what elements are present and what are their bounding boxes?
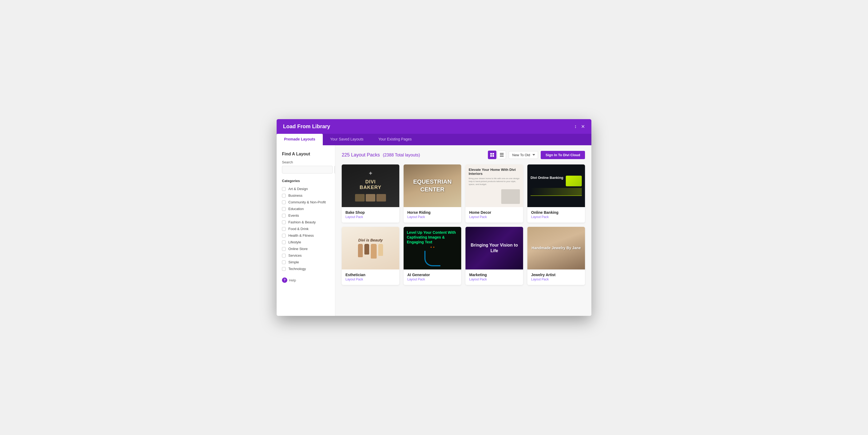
category-label-technology: Technology — [288, 267, 306, 271]
card-type-marketing: Layout Pack — [469, 277, 519, 281]
card-image-ai: Level Up Your Content With Captivating I… — [404, 227, 461, 269]
category-label-simple: Simple — [288, 260, 299, 264]
category-label-education: Education — [288, 207, 304, 211]
category-checkbox-business — [282, 194, 286, 198]
layout-card-marketing[interactable]: Bringing Your Vision to Life Marketing L… — [465, 227, 523, 285]
card-name-bake: Bake Shop — [345, 210, 396, 214]
close-icon[interactable]: ✕ — [581, 124, 585, 130]
search-label: Search — [282, 160, 330, 164]
layout-grid: ✦ DIVIBAKERY Bake Shop Layout Pack — [342, 164, 585, 285]
svg-rect-4 — [500, 153, 504, 154]
category-technology[interactable]: Technology — [282, 265, 330, 272]
category-label-lifestyle: Lifestyle — [288, 240, 301, 244]
svg-rect-3 — [492, 155, 494, 157]
sort-select[interactable]: New To Old Old To New A to Z Z to A — [509, 151, 538, 159]
category-checkbox-community — [282, 200, 286, 204]
card-name-banking: Online Banking — [531, 210, 581, 214]
card-info-jewelry: Jewelry Artist Layout Pack — [527, 269, 585, 285]
category-checkbox-art — [282, 187, 286, 191]
modal-body: Find A Layout Search + Filter Categories… — [277, 145, 591, 316]
category-checkbox-technology — [282, 267, 286, 271]
layout-card-home-decor[interactable]: Elevate Your Home With Divi Interiors Br… — [465, 164, 523, 223]
card-type-banking: Layout Pack — [531, 215, 581, 219]
category-label-services: Services — [288, 254, 302, 258]
modal-container: Load From Library ↕ ✕ Premade Layouts Yo… — [277, 119, 591, 316]
bakery-icon: ✦ — [368, 170, 373, 177]
toolbar-right: New To Old Old To New A to Z Z to A Sign… — [488, 150, 585, 159]
card-name-ai: AI Generator — [407, 273, 458, 277]
category-services[interactable]: Services — [282, 252, 330, 259]
category-fashion[interactable]: Fashion & Beauty — [282, 219, 330, 226]
sort-icon[interactable]: ↕ — [574, 124, 577, 129]
layout-card-horse-riding[interactable]: EQUESTRIANCENTER Horse Riding Layout Pac… — [404, 164, 461, 223]
category-label-business: Business — [288, 194, 303, 198]
card-name-esthetician: Esthetician — [345, 273, 396, 277]
category-checkbox-services — [282, 254, 286, 258]
tab-existing[interactable]: Your Existing Pages — [371, 134, 419, 145]
category-art-design[interactable]: Art & Design — [282, 186, 330, 192]
category-community[interactable]: Community & Non-Profit — [282, 199, 330, 205]
category-checkbox-fashion — [282, 221, 286, 224]
main-content: 225 Layout Packs (2388 Total layouts) Ne… — [335, 145, 591, 316]
grid-view-button[interactable] — [488, 150, 496, 159]
tab-premade[interactable]: Premade Layouts — [277, 134, 323, 145]
category-health[interactable]: Health & Fitness — [282, 232, 330, 239]
category-online-store[interactable]: Online Store — [282, 245, 330, 252]
layout-count-text: 225 Layout Packs — [342, 152, 380, 158]
card-image-esthetician: Divi is Beauty — [342, 227, 399, 269]
card-info-bake: Bake Shop Layout Pack — [342, 207, 399, 223]
sidebar: Find A Layout Search + Filter Categories… — [277, 145, 335, 316]
card-info-marketing: Marketing Layout Pack — [465, 269, 523, 285]
card-preview-ai: Level Up Your Content With Captivating I… — [404, 227, 461, 269]
category-events[interactable]: Events — [282, 212, 330, 219]
layout-count: 225 Layout Packs (2388 Total layouts) — [342, 152, 420, 158]
category-food[interactable]: Food & Drink — [282, 226, 330, 232]
card-image-marketing: Bringing Your Vision to Life — [465, 227, 523, 269]
category-checkbox-health — [282, 234, 286, 237]
card-name-home: Home Decor — [469, 210, 519, 214]
help-label: Help — [289, 278, 296, 282]
card-info-home: Home Decor Layout Pack — [465, 207, 523, 223]
layout-card-online-banking[interactable]: Divi Online Banking Online Banking Layou… — [527, 164, 585, 223]
home-decor-image — [501, 189, 520, 204]
card-info-esthetician: Esthetician Layout Pack — [342, 269, 399, 285]
svg-rect-1 — [492, 153, 494, 155]
category-checkbox-online-store — [282, 247, 286, 251]
modal-title: Load From Library — [283, 124, 330, 130]
help-button[interactable]: ? Help — [282, 277, 330, 283]
card-type-ai: Layout Pack — [407, 277, 458, 281]
card-type-bake: Layout Pack — [345, 215, 396, 219]
category-label-events: Events — [288, 213, 299, 218]
category-label-fashion: Fashion & Beauty — [288, 220, 316, 224]
category-label-health: Health & Fitness — [288, 234, 314, 237]
card-info-banking: Online Banking Layout Pack — [527, 207, 585, 223]
bank-chart — [531, 188, 582, 196]
svg-rect-5 — [500, 155, 504, 156]
bank-accent — [566, 176, 582, 186]
search-row: + Filter — [282, 166, 330, 173]
card-image-bake-shop: ✦ DIVIBAKERY — [342, 164, 399, 207]
esthetician-title: Divi is Beauty — [358, 238, 383, 242]
search-input[interactable] — [282, 166, 333, 173]
card-preview-marketing: Bringing Your Vision to Life — [465, 227, 523, 269]
marketing-text: Bringing Your Vision to Life — [469, 242, 520, 254]
layout-card-bake-shop[interactable]: ✦ DIVIBAKERY Bake Shop Layout Pack — [342, 164, 399, 223]
card-preview-banking: Divi Online Banking — [527, 164, 585, 207]
category-lifestyle[interactable]: Lifestyle — [282, 239, 330, 245]
category-label-art: Art & Design — [288, 187, 308, 191]
sign-in-cloud-button[interactable]: Sign In To Divi Cloud — [541, 151, 585, 159]
layout-card-jewelry-artist[interactable]: Handmade Jewelry By Jane Jewelry Artist … — [527, 227, 585, 285]
category-education[interactable]: Education — [282, 205, 330, 212]
category-checkbox-education — [282, 207, 286, 211]
card-image-banking: Divi Online Banking — [527, 164, 585, 207]
category-simple[interactable]: Simple — [282, 259, 330, 265]
list-view-button[interactable] — [497, 150, 506, 159]
layout-card-ai-generator[interactable]: Level Up Your Content With Captivating I… — [404, 227, 461, 285]
tab-saved[interactable]: Your Saved Layouts — [323, 134, 371, 145]
layout-card-esthetician[interactable]: Divi is Beauty Esthetician Layout Pack — [342, 227, 399, 285]
home-decor-title: Elevate Your Home With Divi Interiors — [469, 168, 520, 176]
home-decor-desc: Bring your dream home to life with one-o… — [469, 177, 520, 186]
card-type-home: Layout Pack — [469, 215, 519, 219]
category-business[interactable]: Business — [282, 192, 330, 199]
category-checkbox-food — [282, 227, 286, 231]
